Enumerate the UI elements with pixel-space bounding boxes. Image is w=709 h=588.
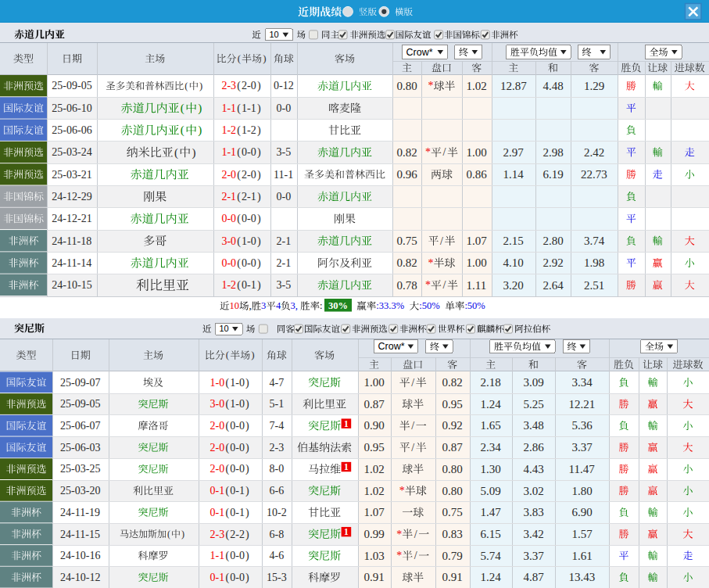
svg-text:*: * bbox=[425, 146, 431, 158]
svg-text:2-1: 2-1 bbox=[242, 191, 256, 203]
svg-text:24-12-21: 24-12-21 bbox=[52, 213, 91, 224]
svg-text:(: ( bbox=[238, 52, 241, 64]
svg-text:0-0: 0-0 bbox=[242, 213, 256, 224]
svg-text:/: / bbox=[440, 235, 443, 247]
svg-text:0-0: 0-0 bbox=[277, 191, 292, 203]
svg-text:5.36: 5.36 bbox=[571, 419, 593, 432]
svg-text:3.37: 3.37 bbox=[571, 441, 593, 454]
svg-text:): ) bbox=[257, 213, 261, 225]
svg-text:3.42: 3.42 bbox=[523, 528, 543, 540]
svg-text:2.15: 2.15 bbox=[503, 235, 524, 247]
svg-text:0.75: 0.75 bbox=[442, 506, 463, 518]
svg-text:1-0: 1-0 bbox=[230, 377, 245, 389]
svg-text:1-1: 1-1 bbox=[242, 102, 256, 114]
svg-text:): ) bbox=[257, 279, 261, 292]
svg-text:*: * bbox=[425, 279, 431, 291]
svg-text:3,: 3, bbox=[291, 300, 301, 311]
svg-text:3.74: 3.74 bbox=[584, 235, 605, 247]
svg-text:0.79: 0.79 bbox=[442, 550, 463, 562]
svg-text:): ) bbox=[245, 507, 249, 519]
svg-text:2.92: 2.92 bbox=[542, 256, 563, 269]
svg-text:11-1: 11-1 bbox=[274, 169, 293, 181]
svg-text:/: / bbox=[443, 146, 446, 158]
svg-text:/: / bbox=[411, 377, 414, 389]
svg-text:11.47: 11.47 bbox=[569, 463, 596, 475]
svg-text:0.82: 0.82 bbox=[442, 376, 463, 389]
svg-text:3-0: 3-0 bbox=[210, 398, 225, 410]
svg-text:4-7: 4-7 bbox=[270, 377, 285, 389]
svg-text:Crow*: Crow* bbox=[378, 341, 405, 352]
svg-text:): ) bbox=[245, 463, 249, 475]
svg-text:1.24: 1.24 bbox=[481, 398, 502, 411]
svg-text:2-0: 2-0 bbox=[210, 420, 225, 432]
svg-text:13.43: 13.43 bbox=[569, 571, 596, 583]
svg-text:2.42: 2.42 bbox=[584, 146, 604, 159]
svg-text:): ) bbox=[245, 550, 249, 562]
svg-text:(: ( bbox=[237, 146, 241, 159]
svg-text:8-0: 8-0 bbox=[270, 463, 285, 475]
svg-text:5.25: 5.25 bbox=[523, 398, 543, 411]
svg-text:0.80: 0.80 bbox=[442, 463, 463, 475]
svg-text:0.83: 0.83 bbox=[442, 528, 463, 540]
svg-text:6-6: 6-6 bbox=[270, 485, 285, 497]
svg-text:25-03-20: 25-03-20 bbox=[60, 485, 100, 497]
svg-text:1.47: 1.47 bbox=[481, 506, 502, 518]
svg-text:(: ( bbox=[225, 572, 229, 584]
svg-text:0.80: 0.80 bbox=[442, 485, 463, 497]
svg-text:0-0: 0-0 bbox=[242, 146, 256, 158]
svg-text:): ) bbox=[245, 377, 249, 389]
svg-text:0.95: 0.95 bbox=[363, 441, 384, 454]
svg-text:0.96: 0.96 bbox=[396, 168, 417, 181]
svg-text:0.99: 0.99 bbox=[363, 528, 384, 540]
svg-text:0-0: 0-0 bbox=[221, 257, 236, 269]
svg-text:/: / bbox=[414, 529, 417, 540]
svg-text:24-11-15: 24-11-15 bbox=[60, 529, 100, 540]
svg-text:3.34: 3.34 bbox=[571, 376, 593, 389]
svg-text:2-0: 2-0 bbox=[221, 169, 236, 181]
svg-text:1-1: 1-1 bbox=[221, 146, 236, 158]
svg-text:7-4: 7-4 bbox=[270, 420, 285, 432]
svg-text:24-12-29: 24-12-29 bbox=[52, 191, 91, 203]
svg-text:10: 10 bbox=[230, 300, 240, 311]
svg-text:1-2: 1-2 bbox=[242, 124, 256, 136]
svg-text:2-0: 2-0 bbox=[210, 463, 225, 475]
svg-text:25-09-05: 25-09-05 bbox=[60, 398, 100, 410]
svg-text:2-0: 2-0 bbox=[242, 80, 256, 91]
svg-text:0-0: 0-0 bbox=[230, 572, 245, 583]
svg-text:(: ( bbox=[237, 80, 241, 92]
svg-text:0-0: 0-0 bbox=[230, 442, 245, 454]
svg-text:24-10-15: 24-10-15 bbox=[52, 279, 91, 291]
svg-text:1-1: 1-1 bbox=[210, 550, 225, 561]
svg-text:): ) bbox=[245, 420, 249, 432]
svg-text:(: ( bbox=[237, 124, 241, 137]
svg-text:2.98: 2.98 bbox=[542, 146, 563, 159]
svg-text:*: * bbox=[396, 550, 402, 561]
svg-text:3-5: 3-5 bbox=[277, 279, 292, 291]
svg-text:0-0: 0-0 bbox=[230, 463, 245, 475]
svg-text:(: ( bbox=[181, 124, 184, 137]
svg-text:1.02: 1.02 bbox=[363, 485, 384, 497]
svg-text:): ) bbox=[245, 398, 249, 411]
svg-text:(: ( bbox=[225, 507, 229, 519]
svg-text:1.61: 1.61 bbox=[571, 550, 592, 562]
svg-text:1.98: 1.98 bbox=[584, 256, 604, 269]
svg-text:2-3: 2-3 bbox=[270, 442, 285, 454]
svg-text:*: * bbox=[428, 80, 434, 91]
svg-text:1-0: 1-0 bbox=[230, 398, 245, 410]
svg-text:1-0: 1-0 bbox=[210, 377, 225, 389]
svg-text:0-0: 0-0 bbox=[230, 420, 245, 432]
svg-text:(: ( bbox=[184, 81, 188, 91]
svg-text:0-1: 0-1 bbox=[230, 507, 245, 518]
svg-text:5.74: 5.74 bbox=[481, 550, 502, 562]
svg-text:24-11-19: 24-11-19 bbox=[60, 507, 100, 518]
svg-text:1.00: 1.00 bbox=[467, 256, 487, 269]
svg-text:): ) bbox=[198, 102, 202, 115]
svg-text:24-10-16: 24-10-16 bbox=[60, 550, 100, 561]
svg-text:1.30: 1.30 bbox=[481, 463, 501, 475]
svg-text:(: ( bbox=[237, 191, 241, 203]
svg-text:(: ( bbox=[225, 377, 229, 389]
svg-text:2.86: 2.86 bbox=[523, 441, 544, 454]
svg-text:/: / bbox=[411, 420, 414, 432]
svg-text:3.09: 3.09 bbox=[523, 376, 543, 389]
svg-text:0.87: 0.87 bbox=[442, 441, 464, 454]
